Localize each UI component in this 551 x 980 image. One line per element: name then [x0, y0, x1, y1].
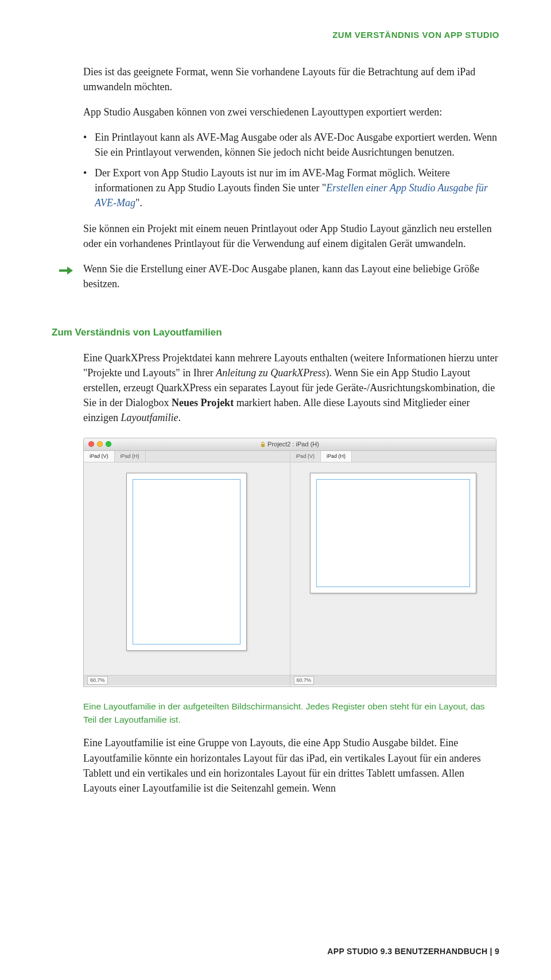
left-tab-strip: iPad (V) iPad (H) — [84, 451, 290, 462]
intro-paragraph-1: Dies ist das geeignete Format, wenn Sie … — [83, 64, 499, 94]
intro-paragraph-2: App Studio Ausgaben können von zwei vers… — [83, 105, 499, 119]
margin-guide — [133, 479, 240, 645]
right-zoom-value[interactable]: 60.7% — [294, 676, 315, 685]
screenshot-figure: Project2 : iPad (H) iPad (V) iPad (H) — [83, 438, 499, 687]
right-canvas[interactable] — [290, 462, 496, 675]
section-paragraph-1: Eine QuarkXPress Projektdatei kann mehre… — [83, 350, 499, 425]
svg-marker-1 — [67, 267, 73, 275]
right-status-bar: 60.7% — [290, 675, 496, 685]
tab-ipad-h-left[interactable]: iPad (H) — [115, 451, 146, 462]
page-footer: APP STUDIO 9.3 BENUTZERHANDBUCH | 9 — [327, 946, 499, 957]
window-title-text: Project2 : iPad (H) — [267, 440, 319, 449]
margin-guide — [316, 479, 470, 587]
left-pane: iPad (V) iPad (H) 60.7% — [84, 451, 290, 686]
tab-ipad-h-right[interactable]: iPad (H) — [321, 451, 352, 462]
bullet-item-1: Ein Printlayout kann als AVE-Mag Ausgabe… — [83, 130, 499, 160]
figure-caption: Eine Layoutfamilie in der aufgeteilten B… — [83, 700, 499, 727]
left-status-bar: 60.7% — [84, 675, 290, 685]
window-title: Project2 : iPad (H) — [261, 440, 319, 449]
lock-icon — [261, 441, 265, 447]
tab-ipad-v-right[interactable]: iPad (V) — [290, 451, 321, 462]
app-window: Project2 : iPad (H) iPad (V) iPad (H) — [83, 438, 496, 687]
window-titlebar: Project2 : iPad (H) — [84, 438, 496, 451]
left-zoom-value[interactable]: 60.7% — [87, 676, 108, 685]
note-block: Wenn Sie die Erstellung einer AVE-Doc Au… — [83, 261, 499, 291]
section-heading-layoutfamilien: Zum Verständnis von Layoutfamilien — [52, 326, 499, 340]
section-p1-link: Anleitung zu QuarkXPress — [216, 367, 325, 379]
closing-paragraph: Eine Layoutfamilie ist eine Gruppe von L… — [83, 735, 499, 795]
section-p1-d: . — [178, 412, 181, 423]
left-page-portrait — [126, 473, 247, 651]
bullet-item-2: Der Export von App Studio Layouts ist nu… — [83, 165, 499, 210]
section-p1-bold: Neues Projekt — [172, 397, 234, 408]
note-text: Wenn Sie die Erstellung einer AVE-Doc Au… — [83, 261, 499, 291]
svg-rect-2 — [261, 444, 265, 447]
zoom-icon[interactable] — [106, 441, 111, 447]
left-canvas[interactable] — [84, 462, 290, 675]
bullet-list: Ein Printlayout kann als AVE-Mag Ausgabe… — [83, 130, 499, 210]
minimize-icon[interactable] — [97, 441, 103, 447]
window-controls — [88, 441, 111, 447]
arrow-right-icon — [59, 264, 73, 279]
tab-ipad-v-left[interactable]: iPad (V) — [84, 451, 115, 462]
close-icon[interactable] — [88, 441, 94, 447]
right-page-landscape — [310, 473, 476, 593]
svg-rect-0 — [59, 269, 67, 272]
right-tab-strip: iPad (V) iPad (H) — [290, 451, 496, 462]
running-header: ZUM VERSTÄNDNIS VON APP STUDIO — [52, 29, 499, 41]
bullet-2-text-c: ". — [135, 197, 142, 209]
after-bullets-paragraph: Sie können ein Projekt mit einem neuen P… — [83, 221, 499, 251]
right-pane: iPad (V) iPad (H) 60.7% — [290, 451, 496, 686]
section-p1-italic: Layoutfamilie — [121, 412, 178, 423]
